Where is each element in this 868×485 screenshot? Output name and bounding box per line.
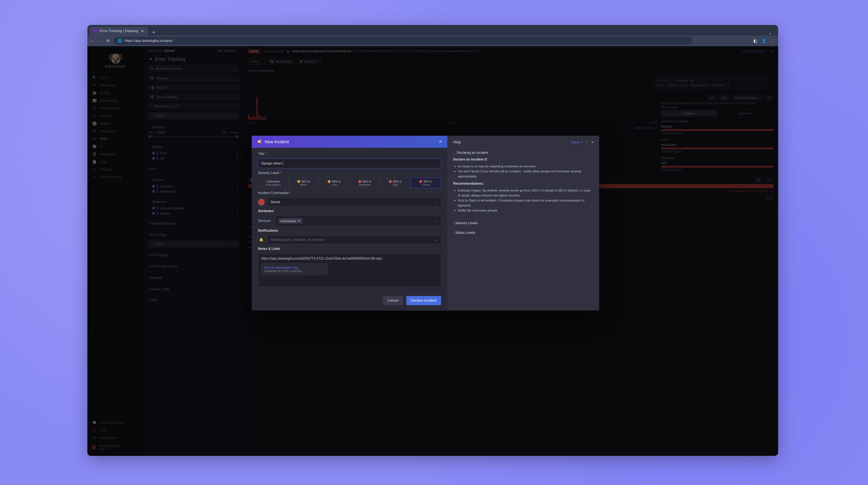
see-all-tags-link[interactable]: See all tags [661, 105, 774, 109]
collapse-help-icon[interactable]: ⇥ [590, 140, 593, 145]
facet-httphost[interactable]: HTTP Host [149, 252, 238, 259]
close-panel-icon[interactable]: ✕ [770, 49, 774, 54]
facet-status[interactable]: Status [149, 143, 238, 151]
facet-statuscode[interactable]: Status Code [149, 285, 238, 293]
search-input[interactable]: 🔍 Search [148, 75, 239, 82]
nav-item-logs[interactable]: 📄Logs [87, 158, 144, 166]
new-tab-button[interactable]: + [148, 29, 159, 35]
close-modal-icon[interactable]: ✕ [439, 139, 442, 145]
nav-icon: 📄 [92, 160, 96, 164]
nav-item-security[interactable]: 🛡Security [87, 166, 144, 173]
nav-item-notebooks[interactable]: 📓Notebooks [87, 150, 144, 158]
forward-icon[interactable]: → [98, 38, 102, 43]
severity-sev-4[interactable]: SEV-4Low [319, 178, 349, 188]
tab-distribution[interactable]: Distribution [717, 110, 773, 116]
time-15m-button[interactable]: 15m [719, 95, 730, 100]
nav-inviteusers[interactable]: ✉Invite Users [87, 434, 144, 442]
commander-select[interactable]: Daniel⌄ [268, 198, 441, 206]
actions-button[interactable]: ⚡ Actions ⌄ [297, 59, 322, 64]
status-open-button[interactable]: OPEN ⌄ [248, 59, 265, 64]
issue-badge: ISSUE [248, 49, 260, 54]
nav-icon: ⎋ [92, 137, 96, 141]
notifications-select[interactable]: Select people, channels, or services⌄ [268, 236, 441, 244]
nav-contactsupport[interactable]: 💬Contact Support [87, 419, 144, 426]
nav-user[interactable]: daniel@daniel... camp [87, 442, 144, 453]
backend-services-select[interactable]: ⚙ Backend Services⌄ [148, 65, 239, 72]
facet-item[interactable]: requests1 [149, 184, 238, 189]
close-tab-icon[interactable]: ✕ [141, 29, 144, 33]
docs-link[interactable]: Docs ↗ [571, 140, 583, 144]
facets-sidebar: Welcome, Daniel! Get Started ⌄ ✦ Error T… [144, 46, 243, 456]
declare-incident-button[interactable]: Declare Incident [406, 296, 441, 305]
duration-slider[interactable] [149, 136, 238, 137]
facet-httppath[interactable]: HTTP Path Group [149, 263, 238, 270]
cancel-button[interactable]: Cancel [383, 296, 403, 305]
facet-item[interactable]: requests.request1 [149, 206, 238, 211]
service-chip[interactable]: testrequest ✕ [279, 218, 303, 223]
nav-item-uxmonitoring[interactable]: 🖱UX Monitoring [87, 173, 144, 181]
muted-toggle[interactable]: 🔇 Muted [148, 84, 239, 91]
url-field[interactable]: 🌐 https://app.datadoghq.eu/apm/ [114, 37, 692, 45]
facet-resource[interactable]: Resource [149, 198, 238, 206]
services-select[interactable]: testrequest ✕ ⌄ [276, 216, 441, 226]
trace-menu-icon[interactable]: ⋮ [766, 195, 774, 201]
menu-icon[interactable]: ⋮ [771, 38, 775, 43]
facet-errtype[interactable]: Error Type [149, 231, 238, 238]
nav-item-metrics[interactable]: 📈Metrics [87, 120, 144, 127]
search-facets-input[interactable]: 🔍 Search facets [148, 93, 239, 101]
nav-item-watchdog[interactable]: 👁Watchdog [87, 82, 144, 89]
core-header[interactable]: ⌄ CORE [148, 112, 239, 119]
severity-unknown[interactable]: UnknownInvestigation [258, 178, 288, 188]
nav-item-events[interactable]: 📅Events [87, 89, 144, 97]
panel-icon[interactable]: ◧ [753, 38, 757, 43]
copy-icon[interactable]: ⧉ [755, 177, 763, 183]
link-preview-card[interactable]: Error in testrequest | req /s/a5f3d774-2… [261, 263, 328, 275]
facet-service[interactable]: Service [149, 176, 238, 184]
open-full-page-link[interactable]: Open Full Page ↗ [742, 49, 767, 53]
tab-outliers[interactable]: Outliers [661, 110, 717, 116]
facet-item[interactable]: Error2 [149, 151, 238, 156]
attributes-label: Attributes [258, 209, 441, 213]
expand-icon[interactable]: ⛶ [766, 177, 774, 183]
back-icon[interactable]: ← [91, 38, 95, 43]
nav-item-ci[interactable]: ⚪CI [87, 143, 144, 150]
help-section-declaring[interactable]: Declaring an Incident [453, 151, 593, 155]
nav-item-goto[interactable]: 🔍Go to... [87, 74, 144, 82]
severity-sev-5[interactable]: SEV-5Minor [288, 178, 319, 188]
severity-sev-1[interactable]: SEV-1Critical [410, 178, 441, 188]
new-incident-modal: 📢 New Incident ✕ Title * Django down Sev… [252, 136, 599, 310]
nav-item-dashboards[interactable]: 📊Dashboards [87, 97, 144, 104]
brand-logo[interactable]: 🐶 DATADOG [87, 49, 144, 74]
tab-title: Error Tracking | Datadog [100, 29, 138, 33]
facet-method[interactable]: Method [149, 274, 238, 281]
reload-icon[interactable]: ⟳ [106, 38, 110, 43]
nav-item-monitors[interactable]: ⊙Monitors [87, 112, 144, 120]
nav-item-integrations[interactable]: 🔌Integrations [87, 127, 144, 135]
profile-icon[interactable]: 👤 [762, 38, 767, 43]
get-started-link[interactable]: Get Started ⌄ [218, 49, 238, 53]
facet-item[interactable]: testapp1 [149, 211, 238, 216]
mute-issue-button[interactable]: 🔇 Mute Issue [268, 59, 293, 64]
help-section-status[interactable]: Status Levels [453, 231, 593, 235]
nav-help[interactable]: ❓Help [87, 426, 144, 434]
nav-item-apm[interactable]: ⎋APM [87, 135, 144, 143]
tab-overflow-icon[interactable]: ⌄ [768, 30, 772, 35]
help-section-severity[interactable]: Severity Levels [453, 221, 593, 225]
bell-icon: 🔔 [258, 238, 265, 242]
see-all-errors-link[interactable]: See all errors ↗ [248, 126, 657, 130]
notes-textarea[interactable]: https://app.datadoghq.eu/s/a5f3d774-2731… [258, 253, 441, 287]
nav-item-infrastructure[interactable]: 🖥Infrastructure [87, 104, 144, 112]
facet-item[interactable]: Ok0 [149, 156, 238, 161]
facet-url[interactable]: URL [149, 297, 238, 304]
facet-opname[interactable]: Operation Name [149, 220, 238, 227]
facet-duration[interactable]: Duration [149, 123, 238, 131]
severity-sev-3[interactable]: SEV-3Moderate [349, 178, 380, 188]
refresh-button[interactable]: ⟳ [766, 95, 774, 100]
http-header[interactable]: ⌄ HTTP [148, 240, 239, 248]
severity-sev-2[interactable]: SEV-2High [380, 178, 411, 188]
facet-item[interactable]: testrequest1 [149, 189, 238, 194]
incident-title-input[interactable]: Django down [258, 159, 441, 168]
facet-env[interactable]: Env [149, 165, 238, 172]
browser-tab[interactable]: Error Tracking | Datadog ✕ [90, 27, 148, 35]
time-range-select[interactable]: Past 15 Minutes ⌄ [732, 95, 764, 100]
